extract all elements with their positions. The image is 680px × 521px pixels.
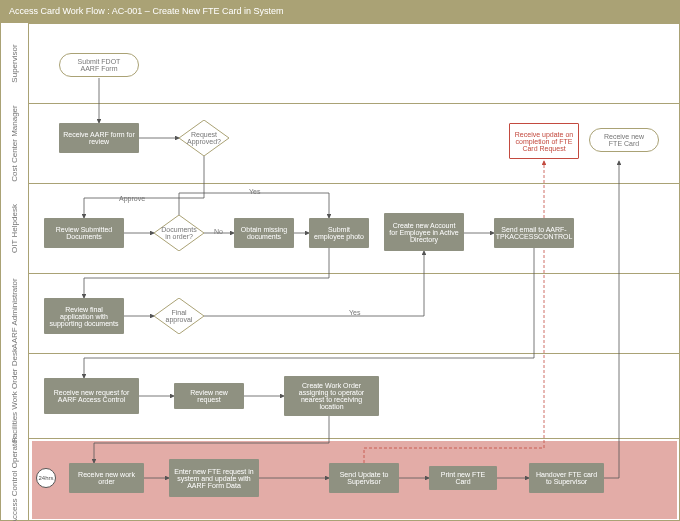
node-fac-wo: Create Work Order assigning to operator … bbox=[284, 376, 379, 416]
decision-final: Final approval bbox=[154, 298, 204, 334]
label-yes2: Yes bbox=[349, 309, 360, 316]
lane-label-oit: OIT Helpdesk bbox=[10, 204, 19, 253]
lane-labels: Supervisor Cost Center Manager OIT Helpd… bbox=[1, 23, 29, 521]
decision-docs: Documents in order? bbox=[154, 215, 204, 251]
diagram-title: Access Card Work Flow : AC-001 – Create … bbox=[1, 1, 680, 23]
label-no: No bbox=[214, 228, 223, 235]
lane-label-aarf: AARF Administrator bbox=[10, 278, 19, 348]
lane-label-fac: Facilities Work Order Desk bbox=[10, 348, 19, 443]
decision-approved: Request Approved? bbox=[179, 120, 229, 156]
lane-label-ccm: Cost Center Manager bbox=[10, 105, 19, 181]
node-oit-obtain: Obtain missing documents bbox=[234, 218, 294, 248]
node-oit-ad: Create new Account for Employee in Activ… bbox=[384, 213, 464, 251]
label-yes1: Yes bbox=[249, 188, 260, 195]
node-oit-email: Send email to AARF-TPKACCESSCONTROL bbox=[494, 218, 574, 248]
end-receive-card: Receive new FTE Card bbox=[589, 128, 659, 152]
timer-icon: 24hrs bbox=[36, 468, 56, 488]
node-aco-receive: Receive new work order bbox=[69, 463, 144, 493]
label-approve: Approve bbox=[119, 195, 145, 202]
node-aco-enter: Enter new FTE request in system and upda… bbox=[169, 459, 259, 497]
node-aco-handover: Handover FTE card to Supervisor bbox=[529, 463, 604, 493]
lane-label-supervisor: Supervisor bbox=[10, 44, 19, 82]
node-oit-photo: Submit employee photo bbox=[309, 218, 369, 248]
node-aco-print: Print new FTE Card bbox=[429, 466, 497, 490]
end-update: Receive update on completion of FTE Card… bbox=[509, 123, 579, 159]
lane-label-aco: Access Control Operator bbox=[10, 436, 19, 521]
node-fac-receive: Receive new request for AARF Access Cont… bbox=[44, 378, 139, 414]
lane-area: Submit FDOT AARF Form Receive AARF form … bbox=[29, 23, 680, 521]
start-node: Submit FDOT AARF Form bbox=[59, 53, 139, 77]
node-oit-review: Review Submitted Documents bbox=[44, 218, 124, 248]
node-ccm-receive: Receive AARF form for review bbox=[59, 123, 139, 153]
node-aarf-review: Review final application with supporting… bbox=[44, 298, 124, 334]
node-fac-review: Review new request bbox=[174, 383, 244, 409]
node-aco-send: Send Update to Supervisor bbox=[329, 463, 399, 493]
swimlane-diagram: Access Card Work Flow : AC-001 – Create … bbox=[0, 0, 680, 521]
